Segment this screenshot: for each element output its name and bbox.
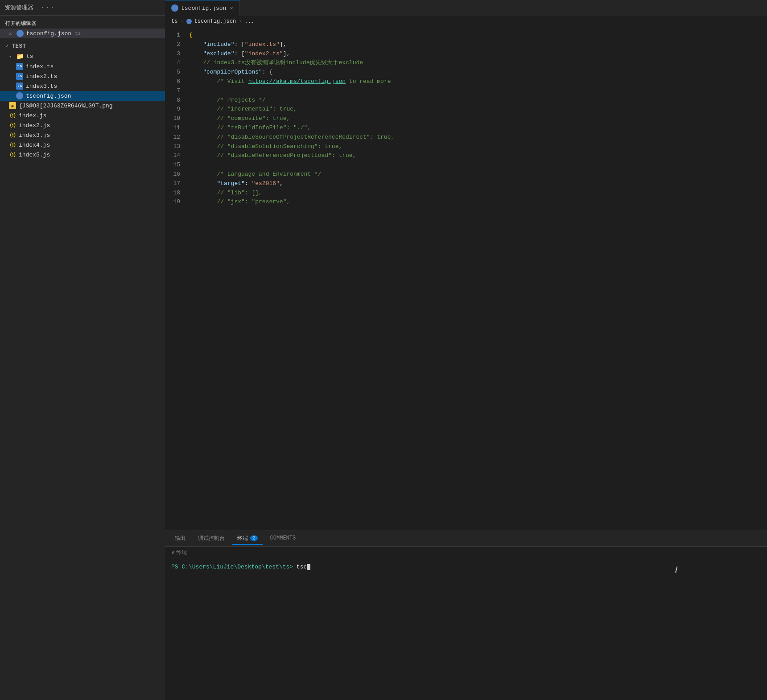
file-tree: ✓ TEST ▾ 📁 ts ts index.ts ts index2.ts t…	[0, 41, 165, 700]
tab-tsconfig-json[interactable]: tsconfig.json ✕	[165, 0, 240, 16]
tree-folder-label: ts	[26, 53, 33, 60]
tree-item-label: index5.js	[19, 152, 50, 158]
breadcrumb-tsconfig: tsconfig.json	[194, 18, 236, 25]
panel-tabs: 输出 调试控制台 终端 2 COMMENTS	[165, 531, 767, 547]
tree-item-tsconfig-json[interactable]: tsconfig.json	[0, 91, 165, 101]
tab-bar: tsconfig.json ✕	[165, 0, 767, 16]
terminal-tab-label: 终端	[237, 535, 248, 542]
tab-output[interactable]: 输出	[169, 533, 191, 545]
tree-folder-ts[interactable]: ▾ 📁 ts	[0, 51, 165, 62]
code-line: 19 // "jsx": "preserve",	[165, 198, 767, 207]
line-content: "target": "es2016",	[187, 179, 767, 189]
terminal-cursor	[307, 564, 310, 570]
tab-debug-console[interactable]: 调试控制台	[193, 533, 230, 545]
tree-item-index3-js[interactable]: ⑴ index3.js	[0, 130, 165, 140]
breadcrumb-sep2: ›	[239, 18, 242, 25]
tree-item-index-ts[interactable]: ts index.ts	[0, 62, 165, 71]
line-number: 2	[165, 40, 187, 49]
code-line: 13 // "disableSolutionSearching": true,	[165, 142, 767, 152]
tree-item-index4-js[interactable]: ⑴ index4.js	[0, 140, 165, 150]
code-line: 17 "target": "es2016",	[165, 179, 767, 189]
tree-item-index2-js[interactable]: ⑴ index2.js	[0, 120, 165, 130]
breadcrumb: ts › tsconfig.json › ...	[165, 16, 767, 27]
tree-root-test[interactable]: ✓ TEST	[0, 41, 165, 51]
line-content: // "disableReferencedProjectLoad": true,	[187, 151, 767, 161]
debug-tab-label: 调试控制台	[198, 535, 225, 542]
line-number: 13	[165, 142, 187, 152]
chevron-down-icon: ▾	[9, 54, 13, 59]
line-content: // "jsx": "preserve",	[187, 198, 767, 207]
code-line: 2 "include": ["index.ts"],	[165, 40, 767, 49]
line-number: 7	[165, 86, 187, 96]
close-icon[interactable]: ✕	[9, 31, 12, 37]
png-icon: ▣	[9, 102, 16, 109]
code-line: 15	[165, 161, 767, 170]
code-line: 11 // "tsBuildInfoFile": "./",	[165, 124, 767, 133]
tree-item-label: index4.js	[19, 142, 50, 148]
code-line: 1{	[165, 31, 767, 40]
json-tab-icon	[171, 4, 178, 12]
line-number: 12	[165, 133, 187, 142]
line-content: "compilerOptions": {	[187, 68, 767, 77]
line-number: 17	[165, 179, 187, 189]
sidebar-title-bar: 资源管理器 ···	[0, 0, 165, 16]
code-line: 16 /* Language and Environment */	[165, 170, 767, 179]
tree-item-index2-ts[interactable]: ts index2.ts	[0, 71, 165, 81]
tree-item-label: tsconfig.json	[26, 93, 71, 99]
js-icon: ⑴	[9, 151, 16, 158]
tree-item-png[interactable]: ▣ {JS@O3[2JJ63ZGRG46%LG9T.png	[0, 101, 165, 111]
terminal-tab-badge: 2	[250, 535, 258, 541]
code-line: 5 "compilerOptions": {	[165, 68, 767, 77]
output-tab-label: 输出	[175, 535, 186, 542]
json-icon	[16, 30, 24, 37]
code-line: 12 // "disableSourceOfProjectReferenceRe…	[165, 133, 767, 142]
code-line: 9 // "incremental": true,	[165, 105, 767, 114]
breadcrumb-dots: ...	[244, 18, 254, 25]
line-content: // "lib": [],	[187, 189, 767, 198]
code-line: 4 // index3.ts没有被编译说明include优先级大于exclude	[165, 58, 767, 68]
ts-icon: ts	[16, 73, 23, 80]
tab-comments[interactable]: COMMENTS	[265, 533, 301, 544]
line-number: 16	[165, 170, 187, 179]
js-icon: ⑴	[9, 122, 16, 129]
line-number: 10	[165, 114, 187, 124]
line-number: 18	[165, 189, 187, 198]
line-number: 14	[165, 151, 187, 161]
code-line: 14 // "disableReferencedProjectLoad": tr…	[165, 151, 767, 161]
line-content: /* Projects */	[187, 96, 767, 105]
line-number: 8	[165, 96, 187, 105]
code-line: 3 "exclude": ["index2.ts"],	[165, 49, 767, 59]
line-number: 9	[165, 105, 187, 114]
line-content: // "disableSourceOfProjectReferenceRedir…	[187, 133, 767, 142]
line-content: /* Language and Environment */	[187, 170, 767, 179]
tab-terminal[interactable]: 终端 2	[232, 533, 263, 545]
sidebar-title-label: 资源管理器	[4, 4, 33, 12]
cursor-indicator: 𝐼	[675, 565, 678, 575]
terminal-body[interactable]: PS C:\Users\LiuJie\Desktop\test\ts> tsc …	[165, 559, 767, 700]
comments-tab-label: COMMENTS	[270, 535, 296, 541]
editor-area: tsconfig.json ✕ ts › tsconfig.json › ...…	[165, 0, 767, 700]
code-line: 7	[165, 86, 767, 96]
line-number: 19	[165, 198, 187, 207]
breadcrumb-json-icon	[186, 19, 192, 24]
open-editor-filename: tsconfig.json	[26, 30, 71, 37]
terminal-panel: 输出 调试控制台 终端 2 COMMENTS ∨ 终端 P	[165, 531, 767, 700]
tab-close-icon[interactable]: ✕	[230, 5, 233, 12]
sidebar-dots[interactable]: ···	[41, 4, 55, 12]
open-editors-label[interactable]: 打开的编辑器	[0, 18, 165, 29]
open-editor-item[interactable]: ✕ tsconfig.json ts	[0, 29, 165, 38]
code-line: 18 // "lib": [],	[165, 189, 767, 198]
code-editor[interactable]: 1{2 "include": ["index.ts"],3 "exclude":…	[165, 27, 767, 531]
js-icon: ⑴	[9, 132, 16, 139]
line-content: "exclude": ["index2.ts"],	[187, 49, 767, 59]
folder-icon: 📁	[16, 53, 24, 60]
code-line: 8 /* Projects */	[165, 96, 767, 105]
terminal-command: tsc	[293, 564, 307, 570]
tree-item-index-js[interactable]: ⑴ index.js	[0, 111, 165, 120]
terminal-header: ∨ 终端	[165, 547, 767, 559]
tree-item-index5-js[interactable]: ⑴ index5.js	[0, 150, 165, 160]
tree-item-label: index2.js	[19, 122, 50, 129]
tree-item-index3-ts[interactable]: ts index3.ts	[0, 81, 165, 91]
js-icon: ⑴	[9, 141, 16, 148]
tree-item-label: index.ts	[26, 63, 54, 70]
